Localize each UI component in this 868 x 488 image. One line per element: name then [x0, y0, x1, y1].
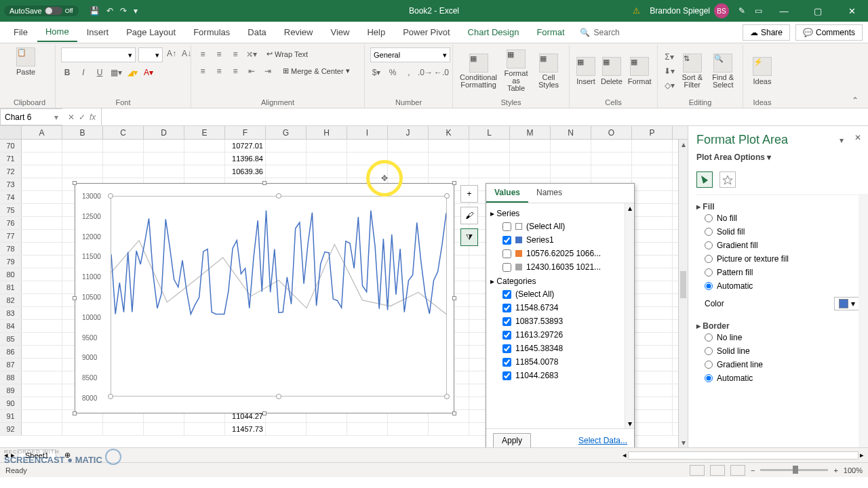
- underline-button[interactable]: U: [94, 66, 106, 79]
- cell[interactable]: [510, 165, 551, 178]
- cell[interactable]: [22, 230, 62, 242]
- tab-view[interactable]: View: [322, 23, 357, 41]
- row-header[interactable]: 88: [0, 371, 22, 384]
- filter-tab-values[interactable]: Values: [486, 184, 528, 203]
- cell[interactable]: [429, 140, 469, 152]
- bold-button[interactable]: B: [61, 66, 73, 79]
- cell[interactable]: [388, 423, 429, 435]
- cell[interactable]: [144, 423, 184, 435]
- insert-cells-button[interactable]: ▦Insert: [575, 54, 597, 88]
- fill-option[interactable]: Gradient fill: [696, 239, 860, 252]
- percent-icon[interactable]: %: [387, 66, 399, 79]
- cell[interactable]: [632, 256, 673, 268]
- fill-option[interactable]: Pattern fill: [696, 266, 860, 279]
- find-select-button[interactable]: 🔍Find & Select: [709, 51, 738, 92]
- row-header[interactable]: 74: [0, 191, 22, 203]
- cell[interactable]: [22, 410, 62, 422]
- cell[interactable]: [510, 140, 551, 152]
- zoom-level[interactable]: 100%: [844, 466, 863, 474]
- cell[interactable]: [62, 152, 103, 165]
- fill-option[interactable]: Picture or texture fill: [696, 252, 860, 266]
- col-header-O[interactable]: O: [591, 126, 632, 139]
- filter-category-item[interactable]: 11854.0078: [490, 355, 630, 369]
- zoom-out-button[interactable]: −: [751, 466, 755, 474]
- pane-close-button[interactable]: ✕: [854, 133, 861, 142]
- comma-icon[interactable]: ,: [403, 66, 415, 79]
- cell[interactable]: [103, 423, 144, 435]
- enter-formula-icon[interactable]: ✓: [79, 113, 85, 122]
- clear-icon[interactable]: ◇▾: [663, 79, 675, 92]
- user-account[interactable]: Brandon Spiegel BS: [650, 3, 729, 18]
- fx-icon[interactable]: fx: [90, 113, 96, 122]
- italic-button[interactable]: I: [77, 66, 90, 79]
- number-format-select[interactable]: General▾: [370, 47, 450, 62]
- cell[interactable]: [469, 152, 510, 165]
- cell[interactable]: [388, 140, 429, 152]
- row-header[interactable]: 90: [0, 397, 22, 409]
- effects-tab-icon[interactable]: [719, 171, 736, 188]
- tab-formulas[interactable]: Formulas: [185, 23, 238, 41]
- tab-data[interactable]: Data: [239, 23, 274, 41]
- cell[interactable]: [184, 140, 225, 152]
- row-header[interactable]: 71: [0, 152, 22, 165]
- border-option[interactable]: Gradient line: [696, 358, 860, 371]
- cell[interactable]: [551, 152, 591, 165]
- format-cells-button[interactable]: ▦Format: [627, 54, 653, 88]
- col-header-A[interactable]: A: [22, 126, 62, 139]
- col-header-G[interactable]: G: [266, 126, 307, 139]
- cell[interactable]: [632, 294, 673, 306]
- cell[interactable]: [632, 346, 673, 358]
- cell[interactable]: [22, 423, 62, 435]
- share-button[interactable]: ☁ Share: [743, 24, 790, 41]
- cell[interactable]: [22, 333, 62, 345]
- select-all-corner[interactable]: [0, 126, 22, 139]
- col-header-D[interactable]: D: [144, 126, 184, 139]
- align-top-icon[interactable]: ≡: [197, 48, 209, 60]
- filter-scroll[interactable]: ▴▾: [625, 203, 634, 428]
- tab-review[interactable]: Review: [276, 23, 321, 41]
- cell[interactable]: [632, 371, 673, 384]
- cell[interactable]: [22, 140, 62, 152]
- row-header[interactable]: 87: [0, 359, 22, 371]
- format-as-table-button[interactable]: ▦Format as Table: [501, 47, 531, 95]
- cell[interactable]: [632, 191, 673, 203]
- hscroll-left-icon[interactable]: ◂: [623, 451, 627, 460]
- cell[interactable]: 11396.84: [225, 152, 266, 165]
- decrease-decimal-icon[interactable]: ←.0: [435, 66, 448, 79]
- row-header[interactable]: 84: [0, 320, 22, 332]
- qat-dropdown-icon[interactable]: ▾: [134, 6, 138, 16]
- autosum-icon[interactable]: Σ▾: [663, 51, 675, 63]
- cell[interactable]: [429, 165, 469, 178]
- comments-button[interactable]: 💬 Comments: [795, 24, 863, 41]
- cell[interactable]: [22, 397, 62, 409]
- page-break-view-button[interactable]: [730, 465, 745, 476]
- chart-elements-button[interactable]: +: [460, 185, 478, 203]
- cell[interactable]: [632, 384, 673, 396]
- cell[interactable]: [632, 217, 673, 229]
- col-header-B[interactable]: B: [62, 126, 103, 139]
- indent-increase-icon[interactable]: ⇥: [262, 65, 274, 77]
- border-option[interactable]: No line: [696, 331, 860, 344]
- cell[interactable]: [632, 423, 673, 435]
- row-header[interactable]: 86: [0, 346, 22, 358]
- ideas-button[interactable]: ⚡Ideas: [749, 54, 776, 88]
- row-header[interactable]: 82: [0, 294, 22, 306]
- col-header-K[interactable]: K: [429, 126, 469, 139]
- cell[interactable]: [347, 152, 388, 165]
- cell[interactable]: [22, 152, 62, 165]
- delete-cells-button[interactable]: ▦Delete: [599, 54, 624, 88]
- zoom-slider[interactable]: [760, 469, 828, 471]
- cell[interactable]: [144, 140, 184, 152]
- cell[interactable]: [307, 423, 347, 435]
- align-center-icon[interactable]: ≡: [213, 65, 225, 77]
- horizontal-scrollbar[interactable]: [628, 451, 859, 460]
- cell[interactable]: [347, 423, 388, 435]
- cell[interactable]: [632, 268, 673, 281]
- cell[interactable]: [22, 165, 62, 178]
- fill-line-tab-icon[interactable]: [696, 171, 713, 188]
- chart-filters-button[interactable]: ⧩: [460, 228, 478, 246]
- cell[interactable]: [22, 217, 62, 229]
- tab-insert[interactable]: Insert: [79, 23, 117, 41]
- collapse-ribbon-icon[interactable]: ⌃: [846, 93, 864, 108]
- pane-options-dropdown[interactable]: Plot Area Options ▾: [696, 152, 860, 162]
